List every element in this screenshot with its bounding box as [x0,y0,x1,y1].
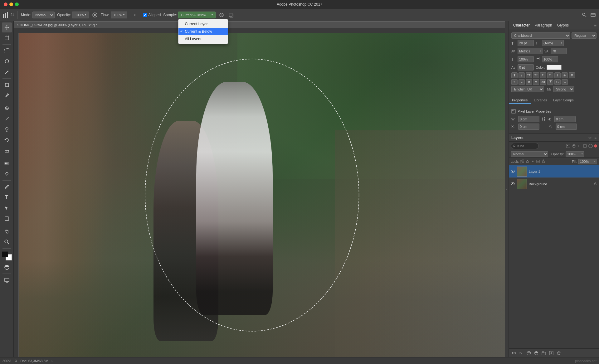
tracking-select[interactable]: Metrics ▾ [518,48,543,54]
w-input[interactable] [518,116,539,122]
filter-smart-icon[interactable] [588,144,593,148]
tab-paragraph[interactable]: Paragraph [533,22,554,29]
ligature-fi[interactable]: fi [511,79,518,85]
ligature-T-styled[interactable]: T [547,79,553,85]
minimize-button[interactable] [9,2,13,6]
tool-brush[interactable] [2,114,12,124]
tool-crop[interactable] [2,80,12,90]
mode-select[interactable]: Normal Replace Multiply [32,12,55,18]
font-style-select[interactable]: Regular [572,32,597,39]
ligature-A[interactable]: A [533,79,539,85]
leading-select[interactable]: (Auto) ▾ [542,40,564,46]
style-extra[interactable]: T̶ [569,72,575,78]
ligature-ad[interactable]: ad [540,79,546,85]
font-size-input[interactable] [518,40,534,46]
lock-image-icon[interactable] [525,159,529,163]
lock-artboard-icon[interactable] [536,159,540,163]
y-input[interactable] [556,124,577,130]
ligature-italic[interactable]: ꬲ [519,79,525,85]
dropdown-item-current-layer[interactable]: Current Layer [178,20,228,28]
tab-properties[interactable]: Properties [509,97,531,104]
style-underline[interactable]: T [554,72,561,78]
workspace-icon[interactable] [590,12,597,18]
layers-menu-icon[interactable]: ≡ [594,136,597,140]
maximize-button[interactable] [15,2,19,6]
sample-dropdown-btn[interactable]: Current & Below ▾ [178,12,216,18]
filter-adj-icon[interactable] [572,144,576,148]
language-select[interactable]: English: UK [511,86,544,92]
kerning-input[interactable] [551,48,567,54]
tool-move[interactable] [2,22,12,32]
aligned-checkbox[interactable] [143,13,147,17]
scale-v-input[interactable] [542,56,558,62]
opacity-value[interactable]: 100% ▾ [72,12,89,18]
layers-mode-select[interactable]: Normal Dissolve Multiply [511,151,548,157]
close-button[interactable] [4,2,7,6]
lock-all-icon[interactable] [541,159,545,163]
antialias-select[interactable]: Strong None Crisp Sharp Smooth [553,86,574,92]
h-input[interactable] [554,116,576,122]
delete-layer-btn[interactable] [556,350,562,356]
tab-character[interactable]: Character [511,22,532,29]
scale-h-input[interactable] [518,56,534,62]
tool-lasso[interactable] [2,56,12,66]
panel-collapse-icon[interactable]: ≡ [594,23,597,28]
open-clone-panel-icon[interactable] [227,12,234,18]
style-allcaps[interactable]: TT [526,72,532,78]
ligature-1st[interactable]: 1st [554,79,561,85]
style-strikethrough[interactable]: T [562,72,568,78]
search-icon[interactable] [581,12,588,18]
font-family-select[interactable]: Chalkboard [511,32,570,39]
tool-marquee[interactable] [2,46,12,56]
foreground-color-swatch[interactable] [2,251,8,257]
lock-transparent-icon[interactable] [520,159,524,163]
tool-shape[interactable] [2,214,12,224]
opacity-dropdown[interactable]: 100% ▾ [566,151,584,157]
layers-collapse-icon[interactable] [588,136,592,140]
style-sub[interactable]: T↓ [547,72,553,78]
tool-eyedropper[interactable] [2,90,12,100]
tab-glyphs[interactable]: Glyphs [555,22,571,29]
airbrush-icon[interactable] [130,12,137,18]
ligature-st[interactable]: st [526,79,532,85]
layer-item-layer1[interactable]: Layer 1 [509,165,599,178]
tab-libraries[interactable]: Libraries [531,97,550,104]
tool-path-select[interactable] [2,203,12,213]
baseline-input[interactable] [518,64,534,70]
tool-zoom[interactable] [2,237,12,247]
tool-magic-wand[interactable] [2,67,12,77]
background-visibility-toggle[interactable] [511,182,515,186]
tool-spot-heal[interactable] [2,103,12,113]
tool-gradient[interactable] [2,158,12,168]
dropdown-item-all-layers[interactable]: All Layers [178,35,228,43]
panel-collapse-strip[interactable]: ‹ [505,21,509,357]
tool-quick-mask[interactable] [2,262,12,272]
filter-shape-icon[interactable] [583,144,587,148]
new-group-btn[interactable] [541,350,547,356]
brush-settings-icon[interactable] [91,12,98,18]
style-super[interactable]: T↑ [540,72,546,78]
add-adj-btn[interactable] [533,350,539,356]
ligature-half[interactable]: ½ [562,79,568,85]
tool-history[interactable] [2,135,12,145]
text-color-swatch[interactable] [547,65,562,70]
tab-layer-comps[interactable]: Layer Comps [550,97,577,104]
ignore-adj-icon[interactable] [218,12,225,18]
link-layers-btn[interactable] [511,350,517,356]
tab-close-button[interactable]: × [17,23,19,27]
layers-search-box[interactable]: Kind [511,143,539,149]
photo-canvas[interactable] [19,33,505,357]
style-italic[interactable]: T [519,72,525,78]
dropdown-item-current-below[interactable]: ✓ Current & Below [178,28,228,35]
canvas-content[interactable] [14,33,505,357]
style-smallcaps[interactable]: TT [533,72,539,78]
tool-clone[interactable] [2,124,12,134]
layer-item-background[interactable]: Background [509,178,599,190]
tool-screen-mode[interactable] [2,275,12,285]
filter-pixel-icon[interactable] [566,144,570,148]
new-layer-btn[interactable] [548,350,554,356]
tool-pen[interactable] [2,182,12,192]
tool-artboard[interactable] [2,33,12,43]
tool-hand[interactable] [2,226,12,236]
tool-text[interactable]: T [2,192,12,202]
